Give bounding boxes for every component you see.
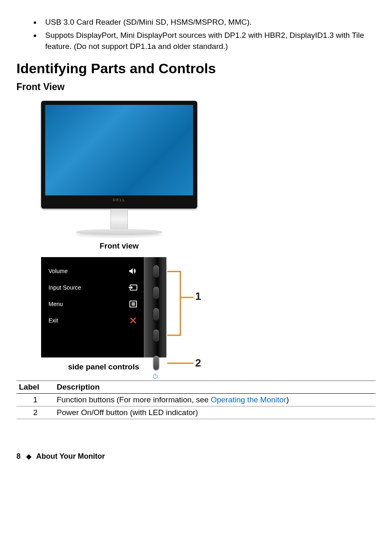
monitor-stand-neck bbox=[111, 209, 128, 230]
menu-icon bbox=[128, 300, 138, 308]
subsection-heading: Front View bbox=[16, 81, 376, 93]
side-panel-figure: Volume Input Source Menu Exit bbox=[41, 257, 376, 371]
diamond-icon: ◆ bbox=[26, 453, 31, 460]
table-cell-description: Power On/Off button (with LED indicator) bbox=[54, 406, 376, 419]
table-row: 2 Power On/Off button (with LED indicato… bbox=[16, 406, 376, 419]
function-button-1 bbox=[153, 265, 159, 278]
input-source-icon bbox=[128, 283, 138, 292]
osd-label: Volume bbox=[48, 268, 68, 274]
table-cell-description: Function buttons (For more information, … bbox=[54, 393, 376, 406]
osd-label: Menu bbox=[48, 301, 63, 307]
page-number: 8 bbox=[16, 452, 21, 461]
osd-label: Exit bbox=[48, 317, 58, 324]
feature-bullet: Suppots DisplayPort, Mini DisplayPort so… bbox=[41, 30, 376, 52]
callout-label-2: 2 bbox=[195, 357, 201, 369]
section-heading: Identifying Parts and Controls bbox=[16, 60, 376, 77]
footer-section-title: About Your Monitor bbox=[36, 452, 105, 461]
feature-bullet-list: USB 3.0 Card Reader (SD/Mini SD, HSMS/MS… bbox=[16, 16, 376, 52]
monitor-illustration: DELL bbox=[41, 101, 197, 235]
monitor-side-bezel bbox=[144, 257, 166, 357]
osd-label: Input Source bbox=[48, 284, 81, 291]
page-footer: 8 ◆ About Your Monitor bbox=[16, 452, 376, 461]
power-icon bbox=[152, 373, 158, 380]
monitor-stand-base bbox=[76, 229, 162, 235]
figure-caption-side: side panel controls bbox=[41, 362, 166, 371]
figure-caption-front: Front view bbox=[41, 241, 197, 251]
function-button-3 bbox=[153, 308, 159, 320]
callout-lines: 1 2 bbox=[166, 257, 220, 357]
monitor-brand-label: DELL bbox=[45, 195, 193, 204]
table-header-label: Label bbox=[16, 381, 54, 393]
feature-bullet: USB 3.0 Card Reader (SD/Mini SD, HSMS/MS… bbox=[41, 16, 376, 28]
osd-item-input-source: Input Source bbox=[41, 279, 144, 296]
power-button bbox=[153, 356, 159, 370]
callout-label-1: 1 bbox=[195, 290, 201, 303]
link-operating-the-monitor[interactable]: Operating the Monitor bbox=[211, 395, 286, 404]
osd-item-menu: Menu bbox=[41, 296, 144, 312]
exit-icon bbox=[128, 316, 138, 325]
function-button-4 bbox=[153, 330, 159, 342]
osd-item-volume: Volume bbox=[41, 263, 144, 279]
monitor-screen bbox=[45, 105, 193, 195]
table-cell-label: 2 bbox=[16, 406, 54, 419]
osd-item-exit: Exit bbox=[41, 312, 144, 329]
osd-menu-panel: Volume Input Source Menu Exit bbox=[41, 257, 144, 357]
front-view-figure: DELL Front view bbox=[41, 101, 376, 251]
volume-icon bbox=[128, 267, 138, 275]
table-row: 1 Function buttons (For more information… bbox=[16, 393, 376, 406]
table-cell-label: 1 bbox=[16, 393, 54, 406]
function-button-2 bbox=[153, 287, 159, 299]
label-description-table: Label Description 1 Function buttons (Fo… bbox=[16, 381, 376, 419]
